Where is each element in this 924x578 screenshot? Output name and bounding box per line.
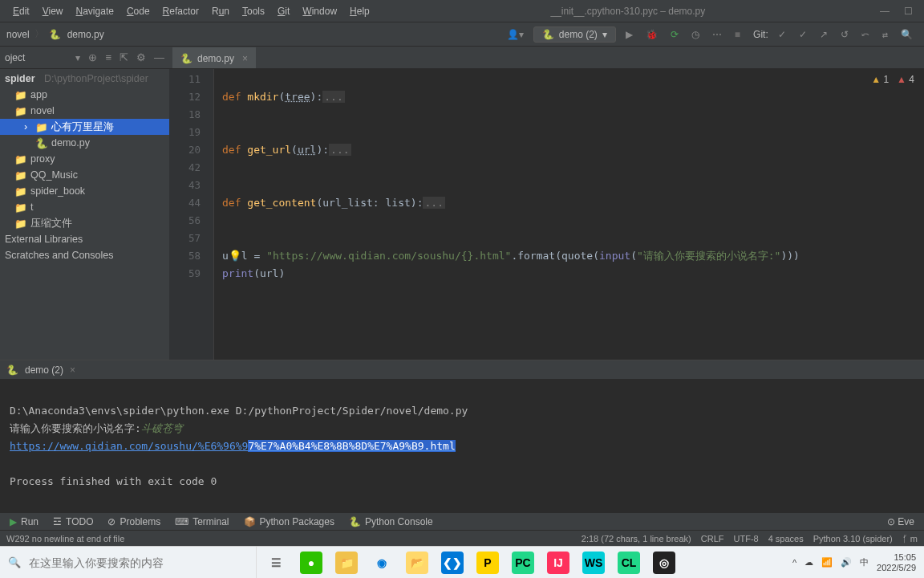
attach-button[interactable]: ⋯ (709, 27, 725, 42)
status-eol[interactable]: CRLF (701, 534, 724, 543)
editor-body[interactable]: ▲ 1 ▲ 4 11 12 18 19 20 42 43 44 56 57 58… (169, 69, 924, 360)
project-tree[interactable]: spider D:\pythonProject\spider 📁 app 📁 n… (0, 69, 169, 263)
git-update-icon[interactable]: ✓ (775, 27, 789, 42)
status-interpreter[interactable]: Python 3.10 (spider) (813, 534, 893, 543)
tray-volume-icon[interactable]: 🔊 (841, 557, 852, 568)
task-view-icon[interactable]: ☰ (265, 552, 287, 574)
status-git-branch[interactable]: ᚶ m (902, 534, 918, 543)
user-icon[interactable]: 👤▾ (504, 27, 527, 42)
tree-file-demo[interactable]: 🐍 demo.py (0, 135, 169, 151)
tree-folder-t[interactable]: 📁 t (0, 199, 169, 215)
chevron-down-icon[interactable]: ▾ (75, 52, 80, 63)
status-encoding[interactable]: UTF-8 (734, 534, 759, 543)
run-config-selector[interactable]: 🐍 demo (2) ▾ (533, 26, 616, 43)
status-caret-pos[interactable]: 2:18 (72 chars, 1 line break) (582, 534, 691, 543)
window-title: __init__.cpython-310.pyc – demo.py (376, 6, 880, 17)
coverage-button[interactable]: ⟳ (667, 27, 682, 42)
tree-scratches[interactable]: Scratches and Consoles (0, 247, 169, 263)
menu-edit[interactable]: Edit (6, 2, 36, 20)
edge-icon[interactable]: ◉ (371, 552, 393, 574)
folder-icon[interactable]: 📂 (406, 552, 428, 574)
git-commit-icon[interactable]: ✓ (796, 27, 810, 42)
tray-ime[interactable]: 中 (860, 556, 869, 568)
run-button[interactable]: ▶ (622, 27, 636, 42)
inspection-widget[interactable]: ▲ 1 ▲ 4 (871, 74, 914, 85)
menu-tools[interactable]: Tools (236, 2, 271, 20)
explorer-icon[interactable]: 📁 (335, 552, 358, 574)
menu-code[interactable]: Code (120, 2, 156, 20)
editor-tab-demo[interactable]: 🐍 demo.py × (172, 47, 256, 68)
intention-bulb-icon[interactable]: 💡 (229, 250, 241, 262)
collapse-all-icon[interactable]: ⇱ (120, 51, 128, 63)
tree-folder-novel[interactable]: 📁 novel (0, 103, 169, 119)
tray-cloud-icon[interactable]: ☁ (804, 557, 813, 568)
tray-chevron-icon[interactable]: ^ (792, 558, 796, 568)
event-log-button[interactable]: ⊙ Eve (887, 516, 914, 527)
debug-button[interactable]: 🐞 (642, 27, 661, 42)
project-root[interactable]: spider D:\pythonProject\spider (0, 71, 169, 87)
minimize-icon[interactable]: — (880, 6, 890, 17)
breadcrumb-item[interactable]: novel (6, 29, 30, 40)
run-tool-button[interactable]: ▶Run (10, 516, 38, 527)
tree-folder-spiderbook[interactable]: 📁 spider_book (0, 183, 169, 199)
gutter[interactable]: 11 12 18 19 20 42 43 44 56 57 58 59 (169, 69, 214, 360)
tree-folder-app[interactable]: 📁 app (0, 87, 169, 103)
webstorm-icon[interactable]: WS (582, 552, 605, 574)
menu-refactor[interactable]: Refactor (156, 2, 205, 20)
gear-icon[interactable]: ⚙ (136, 51, 146, 63)
breadcrumb-item[interactable]: demo.py (67, 29, 104, 40)
expand-all-icon[interactable]: ≡ (105, 51, 111, 63)
navbar: novel 〉 🐍 demo.py 👤▾ 🐍 demo (2) ▾ ▶ 🐞 ⟳ … (0, 22, 924, 47)
bottom-toolbar: ▶Run ☲TODO ⊘Problems ⌨Terminal 📦Python P… (0, 512, 924, 530)
breadcrumb[interactable]: novel 〉 🐍 demo.py (0, 27, 104, 41)
target-icon[interactable]: ⊕ (88, 51, 97, 63)
clion-icon[interactable]: CL (618, 552, 640, 574)
stop-button[interactable]: ■ (732, 27, 744, 42)
project-tool-title[interactable]: oject (5, 52, 67, 63)
intellij-icon[interactable]: IJ (547, 552, 569, 574)
menu-run[interactable]: Run (205, 2, 236, 20)
tree-external-libraries[interactable]: External Libraries (0, 231, 169, 247)
menu-git[interactable]: Git (271, 2, 296, 20)
todo-tool-button[interactable]: ☲TODO (53, 516, 93, 527)
tray-wifi-icon[interactable]: 📶 (821, 557, 833, 568)
pyconsole-tool-button[interactable]: 🐍Python Console (349, 516, 433, 527)
menu-navigate[interactable]: Navigate (70, 2, 120, 20)
vscode-icon[interactable]: ❮❯ (441, 552, 464, 574)
potplayer-icon[interactable]: P (476, 552, 499, 574)
wechat-icon[interactable]: ● (300, 552, 322, 574)
status-indent[interactable]: 4 spaces (768, 534, 804, 543)
obs-icon[interactable]: ◎ (653, 552, 675, 574)
hide-icon[interactable]: — (154, 51, 164, 63)
run-config-label: demo (2) (559, 29, 598, 40)
run-tab-label[interactable]: demo (2) (25, 364, 63, 376)
git-push-icon[interactable]: ↗ (817, 27, 831, 42)
tree-folder-proxy[interactable]: 📁 proxy (0, 151, 169, 167)
taskbar-search[interactable]: 🔍 (0, 547, 257, 578)
python-icon: 🐍 (542, 29, 554, 40)
python-file-icon: 🐍 (180, 53, 192, 64)
maximize-icon[interactable]: ☐ (904, 6, 913, 17)
pycharm-icon[interactable]: PC (512, 552, 534, 574)
tree-folder-zip[interactable]: 📁 压缩文件 (0, 215, 169, 231)
tree-folder-qqmusic[interactable]: 📁 QQ_Music (0, 167, 169, 183)
menu-window[interactable]: Window (296, 2, 343, 20)
code-area[interactable]: def mkdir(tree):... def get_url(url):...… (214, 69, 924, 360)
terminal-tool-button[interactable]: ⌨Terminal (175, 516, 229, 527)
packages-tool-button[interactable]: 📦Python Packages (244, 516, 334, 527)
menu-view[interactable]: View (36, 2, 70, 20)
git-revert-icon[interactable]: ⤺ (858, 27, 873, 42)
ide-settings-icon[interactable]: ⇄ (879, 27, 891, 42)
close-icon[interactable]: × (242, 53, 248, 64)
git-history-icon[interactable]: ↺ (837, 27, 852, 42)
tray-clock[interactable]: 15:05 2022/5/29 (877, 552, 916, 572)
console-output[interactable]: D:\Anaconda3\envs\spider\python.exe D:/p… (0, 380, 924, 512)
console-url-link[interactable]: https://www.qidian.com/soushu/%E6%96%97%… (10, 440, 456, 452)
profile-button[interactable]: ◷ (688, 27, 703, 42)
search-everywhere-icon[interactable]: 🔍 (898, 27, 916, 42)
menu-help[interactable]: Help (343, 2, 376, 20)
problems-tool-button[interactable]: ⊘Problems (107, 516, 160, 527)
tree-folder-selected[interactable]: › 📁 心有万里星海 (0, 119, 169, 135)
taskbar-search-input[interactable] (29, 556, 248, 569)
close-icon[interactable]: × (70, 364, 75, 376)
